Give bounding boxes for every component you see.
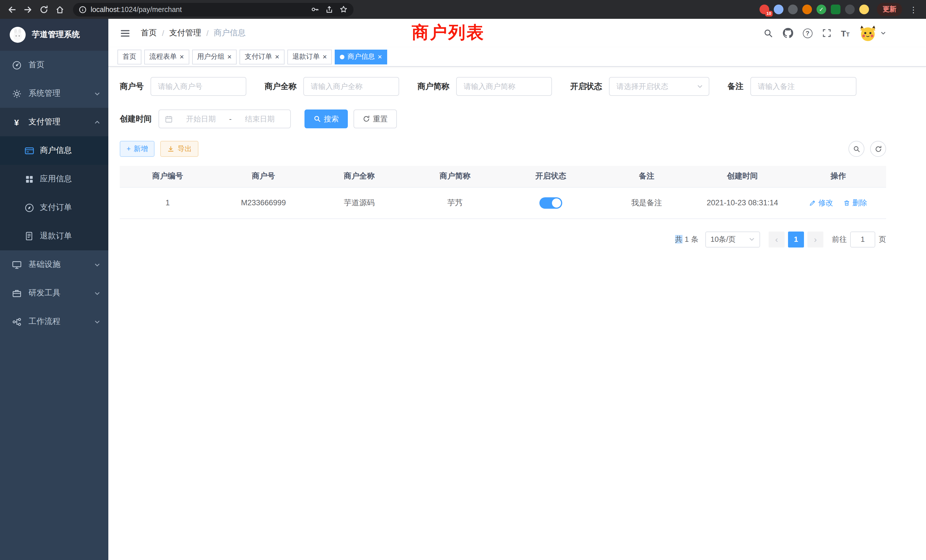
tab-merchant-info[interactable]: 商户信息 × <box>335 49 387 64</box>
refresh-table-button[interactable] <box>870 141 886 157</box>
close-icon[interactable]: × <box>275 53 279 61</box>
merchant-shortname-input[interactable] <box>456 77 552 96</box>
chevron-down-icon <box>94 262 100 268</box>
cell-merchant-no: M233666999 <box>216 187 311 218</box>
sidebar-item-label: 支付管理 <box>29 117 61 127</box>
prev-page-button[interactable]: ‹ <box>769 231 785 247</box>
edit-button[interactable]: 修改 <box>809 198 833 208</box>
goto-page-input[interactable] <box>850 231 875 247</box>
status-select[interactable]: 请选择开启状态 <box>609 77 709 96</box>
extension-icon[interactable] <box>788 5 798 14</box>
tab-pay-order[interactable]: 支付订单 × <box>239 49 284 64</box>
extension-icon[interactable] <box>859 5 869 14</box>
add-button[interactable]: + 新增 <box>120 141 155 157</box>
sidebar-item-pay-order[interactable]: 支付订单 <box>0 193 108 222</box>
close-icon[interactable]: × <box>180 53 184 61</box>
search-icon <box>853 145 860 153</box>
breadcrumb-item[interactable]: 首页 <box>141 28 157 38</box>
merchant-no-input[interactable] <box>151 77 246 96</box>
calendar-icon <box>165 115 173 123</box>
table-row: 1 M233666999 芋道源码 芋艿 我是备注 2021-10-23 08:… <box>120 187 886 218</box>
browser-update-button[interactable]: 更新 <box>877 3 902 16</box>
chevron-down-icon <box>94 290 100 296</box>
sidebar-item-label: 基础设施 <box>29 259 61 270</box>
sidebar-item-label: 应用信息 <box>40 174 72 184</box>
browser-toolbar: localhost:1024/pay/merchant 10 ✓ <box>0 0 926 19</box>
sidebar-item-app-info[interactable]: 应用信息 <box>0 165 108 193</box>
page-1-button[interactable]: 1 <box>788 231 804 247</box>
browser-back-icon[interactable] <box>6 3 18 16</box>
font-size-icon[interactable]: TT <box>841 28 850 38</box>
extension-icon[interactable] <box>831 5 840 14</box>
browser-home-icon[interactable] <box>54 3 66 16</box>
show-search-toggle-button[interactable] <box>849 141 864 157</box>
search-button[interactable]: 搜索 <box>304 109 348 128</box>
create-time-range-picker[interactable]: 开始日期 - 结束日期 <box>159 109 291 128</box>
merchant-fullname-input[interactable] <box>303 77 399 96</box>
status-toggle[interactable] <box>539 197 562 209</box>
next-page-button[interactable]: › <box>807 231 823 247</box>
tab-home[interactable]: 首页 <box>118 49 141 64</box>
search-icon <box>313 115 321 123</box>
date-start-placeholder: 开始日期 <box>176 114 226 124</box>
export-button[interactable]: 导出 <box>160 141 199 157</box>
extension-icon[interactable]: 10 <box>760 5 769 14</box>
site-info-icon[interactable] <box>79 5 87 14</box>
sidebar-item-workflow[interactable]: 工作流程 <box>0 307 108 336</box>
extension-icon[interactable] <box>802 5 812 14</box>
table-header-row: 商户编号 商户号 商户全称 商户简称 开启状态 备注 创建时间 操作 <box>120 166 886 187</box>
column-header: 商户全称 <box>311 166 407 187</box>
payment-submenu: 商户信息 应用信息 支付订单 <box>0 136 108 250</box>
sidebar-item-home[interactable]: 首页 <box>0 51 108 79</box>
close-icon[interactable]: × <box>227 53 232 61</box>
tab-process-form[interactable]: 流程表单 × <box>144 49 189 64</box>
sidebar-menu: 首页 系统管理 ¥ 支付管理 <box>0 51 108 560</box>
merchant-table: 商户编号 商户号 商户全称 商户简称 开启状态 备注 创建时间 操作 1 <box>120 166 886 219</box>
delete-button[interactable]: 删除 <box>843 198 867 208</box>
remark-input[interactable] <box>750 77 856 96</box>
help-icon[interactable]: ? <box>803 28 812 38</box>
sidebar-item-system[interactable]: 系统管理 <box>0 79 108 108</box>
extension-icon[interactable] <box>845 5 855 14</box>
chevron-up-icon <box>94 119 100 125</box>
share-icon[interactable] <box>325 5 334 14</box>
sidebar-item-refund-order[interactable]: 退款订单 <box>0 222 108 250</box>
hamburger-icon[interactable] <box>117 28 134 38</box>
extension-icon[interactable]: ✓ <box>817 5 826 14</box>
sidebar-item-merchant-info[interactable]: 商户信息 <box>0 136 108 165</box>
caret-down-icon <box>881 30 886 36</box>
app-logo[interactable]: 芋道管理系统 <box>0 19 108 51</box>
sidebar-item-label: 系统管理 <box>29 88 61 98</box>
close-icon[interactable]: × <box>378 53 382 61</box>
github-icon[interactable] <box>782 28 793 38</box>
breadcrumb-separator: / <box>162 29 164 38</box>
tab-refund-order[interactable]: 退款订单 × <box>287 49 332 64</box>
browser-reload-icon[interactable] <box>38 3 50 16</box>
reset-button[interactable]: 重置 <box>354 109 397 128</box>
user-menu[interactable] <box>859 24 886 42</box>
browser-menu-icon[interactable]: ⋮ <box>906 5 920 14</box>
cell-remark: 我是备注 <box>599 187 694 218</box>
fullscreen-icon[interactable] <box>822 29 831 38</box>
tab-user-group[interactable]: 用户分组 × <box>192 49 237 64</box>
page-size-select[interactable]: 10条/页 <box>705 231 760 247</box>
sidebar-item-infrastructure[interactable]: 基础设施 <box>0 250 108 279</box>
breadcrumb-item[interactable]: 支付管理 <box>169 28 201 38</box>
password-key-icon[interactable] <box>311 5 319 14</box>
sidebar-item-payment[interactable]: ¥ 支付管理 <box>0 108 108 136</box>
download-icon <box>167 145 175 153</box>
top-navbar: 首页 / 支付管理 / 商户信息 ? <box>108 19 926 47</box>
close-icon[interactable]: × <box>323 53 327 61</box>
sidebar-item-devtools[interactable]: 研发工具 <box>0 279 108 307</box>
avatar <box>859 24 876 42</box>
pagination-total: 共1条 <box>674 234 700 244</box>
field-label: 商户号 <box>120 81 144 92</box>
bookmark-star-icon[interactable] <box>339 5 348 14</box>
annotation-text: 商户列表 <box>412 21 485 44</box>
extension-icon[interactable] <box>774 5 784 14</box>
address-bar[interactable]: localhost:1024/pay/merchant <box>73 3 354 16</box>
extension-badge: 10 <box>765 11 773 17</box>
search-icon[interactable] <box>763 28 773 38</box>
browser-forward-icon[interactable] <box>22 3 34 16</box>
field-label: 备注 <box>728 81 743 92</box>
